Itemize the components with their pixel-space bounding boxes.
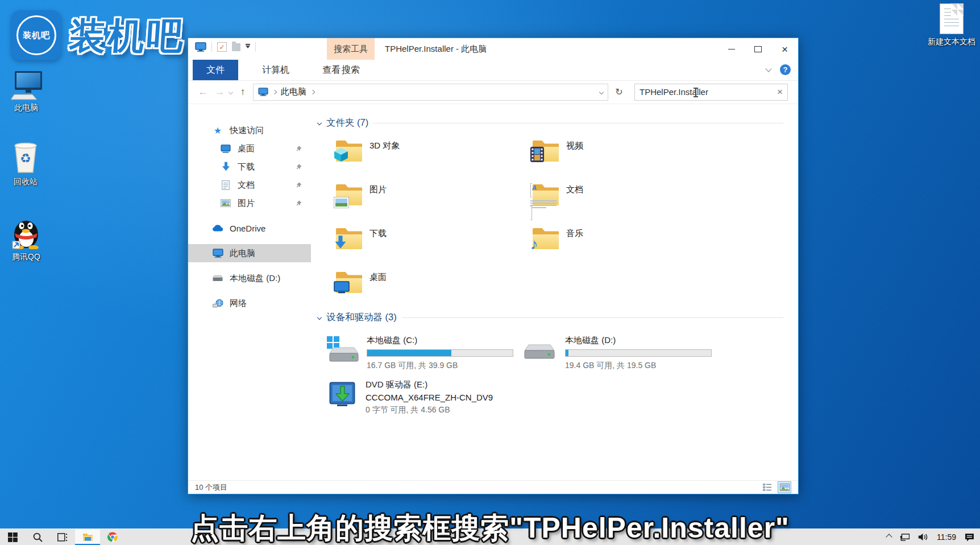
download-arrow-icon — [334, 235, 347, 252]
tab-file[interactable]: 文件 — [193, 60, 238, 80]
folder-tile-3d-objects[interactable]: 3D 对象 — [336, 138, 533, 182]
collapse-chevron-icon[interactable] — [317, 315, 322, 320]
sidebar-item-downloads[interactable]: 下载 — [188, 158, 311, 176]
breadcrumb-chevron-icon[interactable] — [310, 89, 315, 94]
refresh-button[interactable]: ↻ — [611, 84, 627, 101]
sidebar-item-quick-access[interactable]: ★ 快速访问 — [188, 121, 311, 139]
section-header-devices[interactable]: 设备和驱动器 (3) — [318, 311, 783, 324]
start-button[interactable] — [0, 529, 25, 545]
dvd-volume-label: CCCOMA_X64FRE_ZH-CN_DV9 — [366, 393, 493, 402]
ribbon-tabs: 文件 计算机 查看 搜索 ? — [188, 60, 798, 81]
sidebar-item-label: 桌面 — [238, 143, 255, 154]
details-view-button[interactable] — [761, 481, 774, 493]
sidebar-item-onedrive[interactable]: OneDrive — [188, 219, 311, 237]
new-folder-button-icon[interactable] — [232, 43, 240, 51]
sidebar-item-desktop[interactable]: 桌面 — [188, 139, 311, 158]
recycle-bin-icon: ♻ — [10, 141, 41, 174]
sidebar-item-label: 下载 — [238, 162, 255, 172]
sidebar-item-this-pc[interactable]: 此电脑 — [188, 244, 311, 262]
toolbar-separator — [255, 42, 256, 52]
sidebar-item-local-disk-d[interactable]: 本地磁盘 (D:) — [188, 269, 311, 287]
folder-tile-videos[interactable]: 视频 — [533, 138, 729, 182]
folder-tile-pictures[interactable]: 图片 — [336, 182, 533, 226]
volume-icon[interactable] — [918, 533, 928, 541]
items-count: 10 个项目 — [195, 482, 227, 493]
folder-tile-music[interactable]: ♪ 音乐 — [533, 226, 729, 270]
breadcrumb-chevron-icon[interactable] — [272, 89, 277, 94]
view-toggles — [761, 481, 791, 493]
svg-text:♻: ♻ — [20, 151, 31, 166]
onedrive-cloud-icon — [212, 224, 223, 232]
desktop-icon-qq[interactable]: 腾讯QQ — [3, 216, 49, 262]
desktop-icon-recycle-bin[interactable]: ♻ 回收站 — [1, 141, 50, 187]
folder-icon — [336, 184, 362, 207]
maximize-button[interactable] — [745, 39, 771, 59]
sidebar-item-pictures[interactable]: 图片 — [188, 194, 311, 212]
folder-tile-desktop[interactable]: 桌面 — [336, 270, 533, 313]
sidebar-item-network[interactable]: 网络 — [188, 294, 311, 312]
task-view-button[interactable] — [50, 529, 75, 545]
help-button[interactable]: ? — [780, 64, 791, 75]
minimize-icon — [728, 49, 735, 49]
drive-tile-dvd-e[interactable]: DVD 驱动器 (E:) CCCOMA_X64FRE_ZH-CN_DV9 0 字… — [329, 379, 493, 415]
tutorial-caption: 点击右上角的搜索框搜索"TPHelPer.Installer" — [190, 509, 790, 545]
drive-capacity-text: 19.4 GB 可用, 共 19.5 GB — [565, 361, 712, 371]
toolbar-separator — [211, 42, 212, 52]
taskbar-clock[interactable]: 11:59 — [937, 532, 956, 542]
sidebar-item-label: 图片 — [238, 198, 255, 209]
contextual-tab-search-tools[interactable]: 搜索工具 — [327, 38, 375, 60]
up-button[interactable]: ↑ — [235, 86, 250, 98]
show-hidden-icons-chevron[interactable] — [886, 534, 892, 540]
drive-tile-c[interactable]: 本地磁盘 (C:) 16.7 GB 可用, 共 39.9 GB — [326, 335, 513, 371]
chrome-icon — [107, 532, 118, 542]
properties-button-icon[interactable]: ✓ — [217, 42, 227, 52]
breadcrumb-this-pc[interactable]: 此电脑 — [281, 86, 306, 97]
recent-locations-chevron-icon[interactable] — [229, 89, 233, 94]
tab-computer[interactable]: 计算机 — [250, 60, 302, 80]
section-rule — [373, 123, 783, 123]
taskbar-chrome-button[interactable] — [100, 529, 125, 545]
customize-toolbar-dropdown-icon[interactable] — [246, 46, 250, 48]
address-bar[interactable]: 此电脑 — [253, 84, 608, 101]
close-button[interactable]: × — [771, 39, 798, 59]
folder-name: 文档 — [566, 184, 583, 195]
action-center-icon[interactable] — [965, 533, 974, 542]
sidebar-item-label: 快速访问 — [230, 125, 264, 136]
back-button[interactable]: ← — [196, 86, 210, 98]
title-bar: ✓ 搜索工具 TPHelPer.Installer - 此电脑 × — [188, 38, 798, 60]
taskbar-search-button[interactable] — [25, 529, 50, 545]
large-icons-view-button[interactable] — [778, 481, 791, 493]
section-title: 文件夹 (7) — [326, 117, 368, 129]
brand-badge-text: 装机吧 — [23, 30, 50, 41]
forward-button[interactable]: → — [213, 86, 226, 98]
search-box[interactable]: × — [634, 84, 788, 101]
sidebar-item-documents[interactable]: 文档 — [188, 176, 311, 194]
collapse-chevron-icon[interactable] — [317, 121, 322, 125]
clear-search-icon[interactable]: × — [777, 86, 783, 98]
this-pc-icon — [258, 88, 268, 96]
sidebar-item-label: OneDrive — [230, 224, 265, 233]
expand-ribbon-chevron-icon[interactable] — [765, 65, 771, 72]
section-header-folders[interactable]: 文件夹 (7) — [318, 117, 783, 129]
network-icon[interactable] — [900, 534, 910, 541]
tab-search[interactable]: 搜索 — [327, 60, 375, 80]
desktop-icon-new-text-doc[interactable]: 新建文本文档 — [923, 3, 980, 47]
folder-tile-downloads[interactable]: 下载 — [336, 226, 533, 270]
taskbar-file-explorer-button[interactable] — [75, 529, 100, 545]
folder-tile-documents[interactable]: A 文档 — [533, 182, 729, 226]
drive-tile-d[interactable]: 本地磁盘 (D:) 19.4 GB 可用, 共 19.5 GB — [524, 335, 712, 371]
computer-icon[interactable] — [195, 42, 206, 52]
sidebar-item-label: 本地磁盘 (D:) — [230, 273, 280, 284]
document-icon — [220, 180, 231, 190]
minimize-button[interactable] — [718, 39, 745, 59]
picture-icon — [334, 197, 349, 208]
capacity-bar — [367, 349, 513, 357]
maximize-icon — [754, 46, 762, 52]
search-input[interactable] — [640, 87, 775, 97]
explorer-main: ★ 快速访问 桌面 下载 文档 — [188, 104, 798, 480]
sidebar-item-label: 网络 — [230, 298, 247, 309]
desktop-icon — [220, 144, 231, 153]
drive-capacity-text: 16.7 GB 可用, 共 39.9 GB — [367, 361, 513, 371]
desktop-icon-this-pc[interactable]: 此电脑 — [3, 71, 49, 113]
address-dropdown-chevron-icon[interactable] — [599, 89, 604, 94]
